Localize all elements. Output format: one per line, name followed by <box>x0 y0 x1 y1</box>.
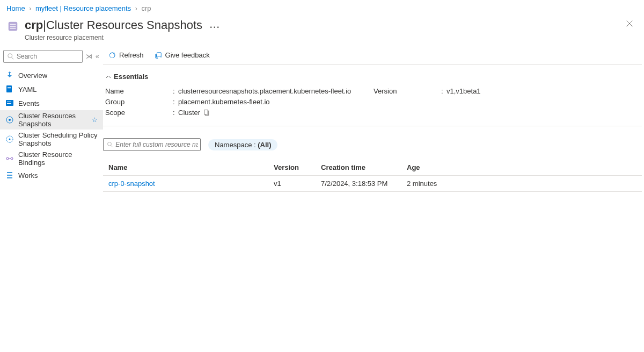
search-icon <box>7 53 14 60</box>
sidebar-item-overview[interactable]: Overview <box>0 68 103 82</box>
feedback-label: Give feedback <box>165 51 210 59</box>
essentials-scope-label: Scope <box>105 109 173 117</box>
filter-bar: Namespace : (All) <box>103 126 642 160</box>
sidebar: ⋊ « Overview YAML Events Cluster Resourc… <box>0 47 103 352</box>
sidebar-item-resource-bindings[interactable]: Cluster Resource Bindings <box>0 149 103 168</box>
sidebar-item-label: Cluster Resources Snapshots <box>18 112 89 128</box>
column-header-creation-time[interactable]: Creation time <box>317 160 402 176</box>
svg-point-17 <box>11 157 13 160</box>
table-row[interactable]: crp-0-snapshot v1 7/2/2024, 3:18:53 PM 2… <box>103 176 642 192</box>
essentials-section: Essentials Name : clusterresourcesnapsho… <box>103 65 642 126</box>
feedback-icon <box>155 52 162 59</box>
svg-rect-20 <box>204 110 208 114</box>
resource-creation-time: 7/2/2024, 3:18:53 PM <box>317 176 402 192</box>
command-bar: Refresh Give feedback <box>103 47 642 65</box>
sidebar-item-label: Overview <box>18 71 98 80</box>
svg-point-15 <box>9 139 11 140</box>
collapse-icon[interactable]: « <box>96 53 99 60</box>
yaml-icon <box>5 85 14 94</box>
sidebar-item-label: Cluster Resource Bindings <box>18 150 98 167</box>
sidebar-item-cluster-resources-snapshots[interactable]: Cluster Resources Snapshots ☆ <box>0 110 103 130</box>
breadcrumb: Home › myfleet | Resource placements › c… <box>0 0 644 16</box>
scheduling-icon <box>5 135 14 143</box>
essentials-toggle[interactable]: Essentials <box>103 73 642 81</box>
close-button[interactable] <box>624 18 635 32</box>
sidebar-item-label: Events <box>18 99 98 107</box>
essentials-name-value: clusterresourcesnapshots.placement.kuber… <box>178 87 351 95</box>
svg-line-22 <box>111 146 113 147</box>
title-section: Cluster Resources Snapshots <box>46 18 202 32</box>
svg-rect-8 <box>8 89 11 89</box>
resource-age: 2 minutes <box>402 176 642 192</box>
sidebar-item-yaml[interactable]: YAML <box>0 82 103 96</box>
svg-rect-9 <box>6 100 13 106</box>
breadcrumb-separator-icon: › <box>29 5 31 12</box>
svg-rect-2 <box>10 26 16 27</box>
column-header-name[interactable]: Name <box>103 160 269 176</box>
page-title: crp | Cluster Resources Snapshots ... <box>25 18 220 33</box>
essentials-group-label: Group <box>105 98 173 106</box>
svg-line-5 <box>12 58 14 60</box>
essentials-version-label: Version <box>374 87 441 95</box>
breadcrumb-current: crp <box>141 4 151 12</box>
more-actions-button[interactable]: ... <box>210 18 220 33</box>
title-main: crp <box>25 18 43 32</box>
refresh-icon <box>108 52 116 59</box>
refresh-label: Refresh <box>119 51 144 59</box>
resource-name-filter-box[interactable] <box>103 138 201 151</box>
sidebar-item-works[interactable]: Works <box>0 168 103 182</box>
essentials-scope-value: Cluster <box>178 109 200 117</box>
resources-table: Name Version Creation time Age crp-0-sna… <box>103 160 642 192</box>
sidebar-search-box[interactable] <box>3 50 83 63</box>
breadcrumb-separator-icon: › <box>135 5 137 12</box>
give-feedback-button[interactable]: Give feedback <box>152 50 212 60</box>
resource-name-link[interactable]: crp-0-snapshot <box>108 179 155 188</box>
svg-rect-10 <box>7 102 11 102</box>
svg-point-13 <box>9 119 11 121</box>
sidebar-item-scheduling-policy-snapshots[interactable]: Cluster Scheduling Policy Snapshots <box>0 130 103 149</box>
chevron-up-icon <box>105 74 112 80</box>
refresh-button[interactable]: Refresh <box>106 50 146 60</box>
sidebar-item-label: Works <box>18 171 98 179</box>
essentials-header-label: Essentials <box>114 73 148 81</box>
svg-point-16 <box>6 157 9 160</box>
column-header-age[interactable]: Age <box>402 160 642 176</box>
sidebar-item-label: YAML <box>18 85 98 94</box>
svg-point-21 <box>108 142 112 146</box>
favorite-star-icon[interactable]: ☆ <box>92 116 98 124</box>
namespace-filter-value: (All) <box>258 141 271 149</box>
svg-rect-1 <box>10 24 16 25</box>
sidebar-search-input[interactable] <box>17 51 82 62</box>
page-header: crp | Cluster Resources Snapshots ... Cl… <box>0 16 644 47</box>
svg-rect-3 <box>10 28 16 29</box>
resource-version: v1 <box>269 176 317 192</box>
main-content: Refresh Give feedback Essentials Name : … <box>103 47 644 352</box>
sidebar-item-label: Cluster Scheduling Policy Snapshots <box>18 131 98 147</box>
overview-icon <box>5 71 14 80</box>
works-icon <box>5 171 14 179</box>
breadcrumb-link-home[interactable]: Home <box>6 4 25 12</box>
resource-name-filter-input[interactable] <box>115 139 200 150</box>
page-subtitle: Cluster resource placement <box>25 34 220 41</box>
svg-rect-7 <box>8 87 11 88</box>
namespace-filter-label: Namespace : <box>215 141 258 149</box>
svg-rect-11 <box>7 103 11 104</box>
resource-type-icon <box>6 20 19 33</box>
search-icon <box>107 141 113 148</box>
svg-point-4 <box>8 54 12 58</box>
column-header-version[interactable]: Version <box>269 160 317 176</box>
snapshot-icon <box>5 116 14 124</box>
essentials-name-label: Name <box>105 87 173 95</box>
unpin-icon[interactable]: ⋊ <box>86 53 92 60</box>
breadcrumb-link-fleet[interactable]: myfleet | Resource placements <box>35 4 131 12</box>
namespace-filter-pill[interactable]: Namespace : (All) <box>208 139 277 150</box>
table-header-row: Name Version Creation time Age <box>103 160 642 176</box>
events-icon <box>5 99 14 107</box>
essentials-version-value: v1,v1beta1 <box>447 87 481 95</box>
bindings-icon <box>5 154 14 163</box>
sidebar-item-events[interactable]: Events <box>0 96 103 110</box>
copy-icon[interactable] <box>203 109 210 116</box>
essentials-group-value: placement.kubernetes-fleet.io <box>178 98 270 106</box>
